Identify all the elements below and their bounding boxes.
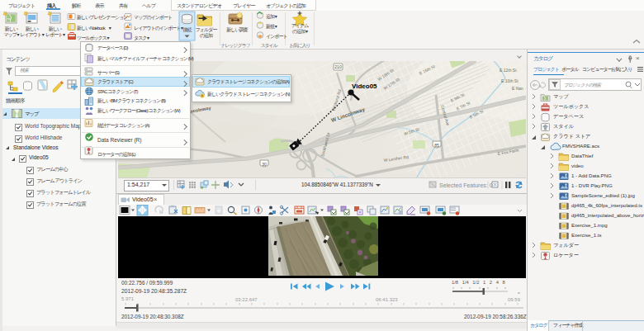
svg-text:Video05: Video05 bbox=[352, 83, 377, 90]
svg-text:210: 210 bbox=[334, 64, 342, 69]
svg-text:E 12th St: E 12th St bbox=[500, 68, 517, 73]
svg-text:30: 30 bbox=[262, 162, 267, 167]
svg-text:85: 85 bbox=[434, 143, 439, 148]
svg-text:Selected Features: 0: Selected Features: 0 bbox=[439, 182, 493, 188]
svg-text:E 10th St: E 10th St bbox=[501, 78, 519, 83]
svg-text:E Nan: E Nan bbox=[512, 86, 523, 91]
